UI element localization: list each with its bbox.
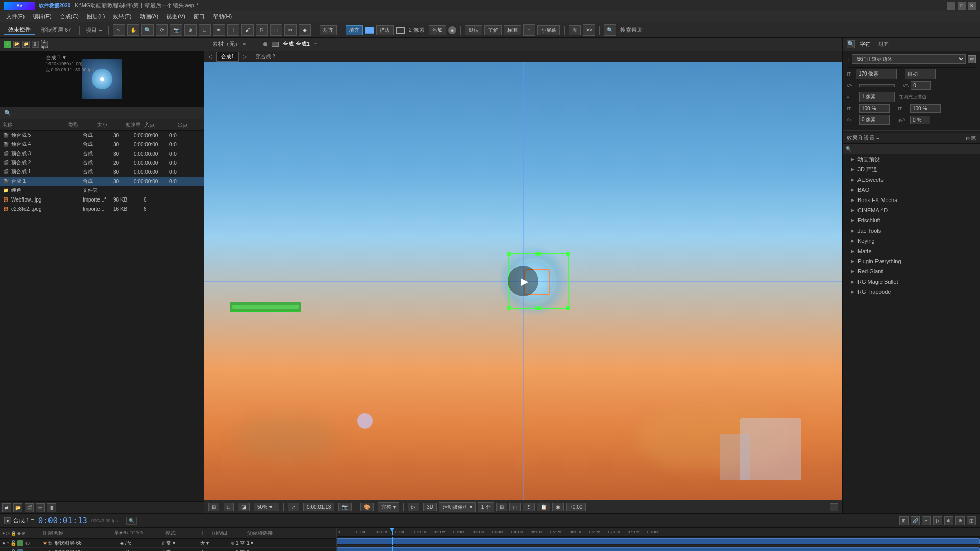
baseline-input[interactable]: 0 像素: [859, 115, 890, 125]
view-mode-btn[interactable]: ◻: [509, 503, 521, 511]
font-family-dropdown[interactable]: 庞门正道标题体: [852, 54, 966, 64]
pencil-icon[interactable]: ✏: [36, 503, 45, 512]
project-search-input[interactable]: [13, 110, 200, 116]
menu-view[interactable]: 视图(V): [162, 12, 189, 21]
tool-select[interactable]: ↖: [113, 24, 125, 36]
tl-new-comp-btn[interactable]: ⊞: [899, 516, 909, 525]
add-toggle[interactable]: 添加: [429, 25, 446, 35]
effect-plugin-everything[interactable]: ▶ Plugin Everything: [843, 256, 980, 266]
sw2[interactable]: /: [125, 541, 127, 546]
menu-comp[interactable]: 合成(C): [56, 12, 83, 21]
comp-tab-2[interactable]: 预合成 2: [251, 52, 280, 62]
tl-split-btn[interactable]: ✂: [922, 516, 931, 525]
effect-keying[interactable]: ▶ Keying: [843, 236, 980, 246]
rp-tab-char[interactable]: 字符: [857, 40, 873, 49]
library-btn[interactable]: 库: [569, 25, 581, 35]
list-item[interactable]: 🖼 c2c8fc2...peg Importe...f 16 KB 6: [0, 204, 204, 213]
effect-jae-tools[interactable]: ▶ Jae Tools: [843, 226, 980, 236]
layer-row-44[interactable]: ● ○ 🔓 44 ★ fx 形状图层 33 ◈ / fx 正常 ▾: [0, 548, 336, 551]
font-edit-icon[interactable]: ✏: [968, 55, 976, 63]
handle-top-right[interactable]: [566, 252, 570, 256]
list-item[interactable]: 🎬 预合成 3 合成 30 0:00:00:00 0:0: [0, 149, 204, 158]
new-folder-icon[interactable]: 📂: [13, 503, 22, 512]
effects-header[interactable]: 效果和设置 = 画笔: [843, 133, 980, 144]
font-size-auto[interactable]: 自动: [905, 69, 936, 79]
color-display-btn[interactable]: +0:00: [566, 503, 586, 511]
timeline-btn[interactable]: ⏱: [523, 503, 535, 511]
tool-brush[interactable]: 🖌: [241, 24, 254, 36]
quality-dropdown[interactable]: 完整 ▾: [378, 502, 399, 512]
maximize-button[interactable]: □: [958, 2, 966, 10]
zoom-dropdown[interactable]: 50% ▾: [254, 503, 279, 511]
snap-toggle[interactable]: 对齐: [320, 25, 337, 35]
track-bar-43[interactable]: [337, 538, 980, 544]
effect-matte[interactable]: ▶ Matte: [843, 246, 980, 256]
play-button[interactable]: [508, 266, 538, 296]
new-comp-icon[interactable]: +: [4, 41, 11, 48]
comp-tab-arrow-left[interactable]: ◁: [208, 54, 212, 59]
resize-btn[interactable]: ⤢: [288, 503, 299, 511]
list-item[interactable]: 🎬 预合成 2 合成 20 0:00:00:00 0:0: [0, 158, 204, 167]
fast-preview-btn[interactable]: ▷: [408, 503, 419, 511]
channel-btn[interactable]: 🎨: [360, 503, 374, 511]
tl-link-btn[interactable]: 🔗: [911, 516, 920, 525]
tool-camera[interactable]: 📷: [170, 24, 182, 36]
effect-aesweets[interactable]: ▶ AESweets: [843, 174, 980, 185]
list-item-active[interactable]: 🎬 合成 1 合成 30 0:00:00:00 0:0: [0, 177, 204, 186]
effect-bao[interactable]: ▶ BAO: [843, 185, 980, 195]
minimize-button[interactable]: —: [947, 2, 955, 10]
snapshot-btn[interactable]: 📷: [338, 503, 352, 511]
tab-footage[interactable]: 素材（无） ✕: [208, 39, 251, 49]
close-button[interactable]: ✕: [968, 2, 976, 10]
h-scale-input[interactable]: 100 %: [859, 104, 890, 113]
fill-color-swatch[interactable]: [365, 27, 374, 34]
folder-icon[interactable]: 📁: [22, 41, 30, 48]
preview-thumbnail[interactable]: [82, 59, 122, 99]
effect-anim-preset[interactable]: ▶ 动画预设: [843, 154, 980, 164]
tool-roto[interactable]: ✂: [284, 24, 297, 36]
rp-tab-align[interactable]: 对齐: [875, 40, 892, 49]
tool-pen[interactable]: ✒: [213, 24, 225, 36]
handle-bottom-left[interactable]: [507, 306, 511, 310]
handle-bottom-right[interactable]: [566, 306, 570, 310]
tab-shape-layer[interactable]: 形状图层 67: [37, 25, 75, 35]
tool-puppet[interactable]: ◆: [299, 24, 311, 36]
delete-icon[interactable]: 🗑: [47, 503, 56, 512]
tl-render-btn[interactable]: ▷: [933, 516, 942, 525]
effect-frischluft[interactable]: ▶ Frischluft: [843, 215, 980, 226]
snapshot-restore-btn[interactable]: 📋: [537, 503, 550, 511]
list-item[interactable]: 📁 纯色 文件夹: [0, 186, 204, 195]
comp-tab-1[interactable]: 合成1: [216, 52, 239, 62]
sw3[interactable]: fx: [128, 541, 131, 546]
parent-arrow-43[interactable]: ▾: [251, 540, 253, 546]
default-btn[interactable]: 默认: [465, 25, 482, 35]
tl-settings-btn[interactable]: ⊗: [955, 516, 965, 525]
menu-file[interactable]: 文件(F): [2, 12, 29, 21]
tab-comp-viewer[interactable]: 合成 合成1 =: [259, 39, 322, 49]
v-scale-input[interactable]: 100 %: [910, 104, 941, 113]
tool-zoom[interactable]: 🔍: [141, 24, 154, 36]
menu-icon[interactable]: ≡: [523, 24, 535, 36]
tool-text[interactable]: T: [227, 24, 239, 36]
effect-rg-trapcode[interactable]: ▶ RG Trapcode: [843, 287, 980, 297]
tool-rotate[interactable]: ⟳: [156, 24, 168, 36]
panel-toggle-btn[interactable]: [830, 503, 838, 511]
exposure-btn[interactable]: ◉: [552, 503, 564, 511]
camera-count[interactable]: 1 个: [478, 502, 494, 512]
stroke-toggle[interactable]: 描边: [376, 25, 394, 35]
tool-clone[interactable]: ⎘: [256, 24, 268, 36]
standard-btn[interactable]: 标准: [504, 25, 521, 35]
handle-top-left[interactable]: [507, 252, 511, 256]
sw1[interactable]: ◈: [120, 541, 124, 546]
search-icon[interactable]: 🔍: [604, 24, 616, 36]
font-size-input[interactable]: 170 像素: [856, 69, 897, 79]
tl-expand-btn[interactable]: ◫: [967, 516, 976, 525]
effect-3d-audio[interactable]: ▶ 3D 声道: [843, 164, 980, 174]
track-bar-44[interactable]: [337, 547, 980, 551]
menu-window[interactable]: 窗口: [189, 12, 209, 21]
fill-toggle[interactable]: 填充: [346, 25, 363, 35]
footage-tab-close[interactable]: ✕: [242, 42, 247, 47]
trash-icon[interactable]: 🗑: [32, 41, 39, 48]
layer-row-43[interactable]: ● ○ 🔓 43 ★ fx 形状图层 66 ◈ / fx 正常 ▾: [0, 539, 336, 548]
handle-top-mid[interactable]: [536, 252, 541, 256]
